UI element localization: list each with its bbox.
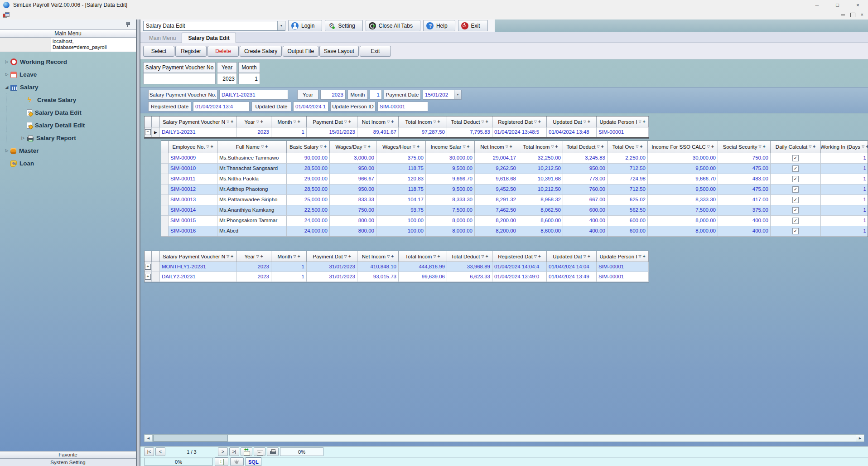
grid-cell[interactable]: DAILY1-20231 bbox=[160, 127, 236, 137]
grid-cell[interactable]: 104.17 bbox=[376, 195, 426, 205]
grid-cell[interactable]: 29,004.17 bbox=[475, 153, 518, 164]
last-record-button[interactable]: >| bbox=[229, 447, 239, 456]
grid-cell[interactable]: 712.50 bbox=[608, 164, 648, 174]
employee-row[interactable]: SIM-00014Ms.Ananthiya Kamkang22,500.0075… bbox=[161, 205, 868, 216]
filter-icon[interactable]: ▽ bbox=[387, 255, 390, 258]
grid-cell[interactable]: 950.00 bbox=[563, 164, 608, 174]
grid-cell[interactable]: 3,000.00 bbox=[330, 153, 376, 164]
screen-combobox[interactable]: Salary Data Edit ▼ bbox=[143, 21, 285, 31]
grid-cell[interactable]: 25,000.00 bbox=[287, 195, 330, 205]
select-button[interactable]: Select bbox=[143, 46, 174, 57]
grid-cell[interactable]: 750.00 bbox=[330, 205, 376, 216]
sidebar-item-salary[interactable]: ◢Salary bbox=[0, 81, 136, 93]
sidebar-item-salary-data-edit[interactable]: Salary Data Edit bbox=[6, 106, 136, 119]
grid-cell[interactable]: 01/04/2024 13:48:5 bbox=[492, 127, 547, 137]
grid-cell[interactable]: 118.75 bbox=[376, 184, 426, 195]
column-header[interactable]: Full Name▽+ bbox=[217, 141, 287, 153]
pin-icon[interactable]: + bbox=[260, 254, 263, 259]
grid-cell[interactable]: 30,000.00 bbox=[648, 153, 718, 164]
pin-icon[interactable]: + bbox=[763, 145, 766, 149]
filter-icon[interactable]: ▽ bbox=[551, 145, 554, 149]
sidebar-item-salary-report[interactable]: ▷Salary Report bbox=[6, 131, 136, 144]
pin-icon[interactable]: + bbox=[231, 254, 233, 259]
grid-cell[interactable]: 01/04/2024 13:49 bbox=[547, 272, 597, 282]
grid-cell[interactable]: 724.98 bbox=[608, 174, 648, 184]
expander-icon[interactable]: ▷ bbox=[4, 72, 10, 77]
expander-icon[interactable]: ▷ bbox=[4, 59, 10, 64]
login-button[interactable]: Login bbox=[288, 20, 322, 31]
filter-icon[interactable]: ▽ bbox=[364, 145, 366, 149]
grid-cell[interactable]: 417.00 bbox=[718, 195, 771, 205]
grid-cell[interactable]: 31/01/2023 bbox=[307, 262, 357, 272]
pin-icon[interactable]: + bbox=[643, 254, 646, 259]
filter-icon[interactable]: ▽ bbox=[293, 255, 296, 258]
grid-cell[interactable]: 01/04/2024 13:49:0 bbox=[492, 272, 547, 282]
filter-icon[interactable]: ▽ bbox=[433, 120, 436, 124]
grid-cell[interactable]: 2023 bbox=[236, 127, 271, 137]
delete-record-icon[interactable] bbox=[254, 447, 265, 456]
daily-calculate-cell[interactable]: ✓ bbox=[771, 216, 821, 226]
grid-cell[interactable]: 7,462.50 bbox=[475, 205, 518, 216]
pin-icon[interactable]: + bbox=[391, 254, 394, 259]
close-all-tabs-button[interactable]: Close All Tabs bbox=[366, 20, 420, 31]
column-header[interactable]: Payment Dat▽+ bbox=[307, 116, 357, 127]
system-setting-bar[interactable]: System Setting bbox=[0, 459, 136, 466]
daily-calculate-checkbox[interactable]: ✓ bbox=[792, 228, 799, 234]
daily-calculate-checkbox[interactable]: ✓ bbox=[792, 207, 799, 214]
grid-cell[interactable]: DAILY2-20231 bbox=[160, 272, 236, 282]
column-header[interactable]: Total Incom▽+ bbox=[518, 141, 563, 153]
row-expand-cell[interactable]: + bbox=[145, 272, 152, 282]
grid-cell[interactable]: 97,287.50 bbox=[399, 127, 447, 137]
grid-cell[interactable]: 2,250.00 bbox=[608, 153, 648, 164]
grid-cell[interactable]: 8,600.00 bbox=[518, 226, 563, 237]
filter-icon[interactable]: ▽ bbox=[707, 145, 710, 149]
pin-icon[interactable]: + bbox=[391, 120, 394, 124]
grid-cell[interactable]: 444,816.99 bbox=[399, 262, 447, 272]
working-days-cell[interactable]: 1 bbox=[821, 153, 868, 164]
row-expand-cell[interactable]: + bbox=[145, 262, 152, 272]
grid-cell[interactable]: 28,500.00 bbox=[287, 184, 330, 195]
daily-calculate-cell[interactable]: ✓ bbox=[771, 205, 821, 216]
expander-icon[interactable]: ▷ bbox=[4, 148, 10, 153]
filter-icon[interactable]: ▽ bbox=[506, 145, 508, 149]
grid-cell[interactable]: 475.00 bbox=[718, 164, 771, 174]
daily-calculate-cell[interactable]: ✓ bbox=[771, 164, 821, 174]
expander-icon[interactable]: ◢ bbox=[4, 85, 10, 89]
sidebar-item-salary-detail-edit[interactable]: Salary Detail Edit bbox=[6, 119, 136, 131]
grid-cell[interactable]: 01/04/2024 13:48 bbox=[547, 127, 597, 137]
pin-icon[interactable]: + bbox=[348, 120, 351, 124]
pin-icon[interactable]: + bbox=[324, 145, 327, 149]
grid-cell[interactable]: 400.00 bbox=[718, 216, 771, 226]
grid-cell[interactable]: 400.00 bbox=[563, 216, 608, 226]
filter-icon[interactable]: ▽ bbox=[759, 145, 762, 149]
filter-icon[interactable]: ▽ bbox=[583, 255, 586, 258]
pin-icon[interactable]: + bbox=[348, 254, 351, 259]
column-header[interactable]: Wages/Day▽+ bbox=[330, 141, 376, 153]
sidebar-item-master[interactable]: ▷Master bbox=[0, 144, 136, 157]
column-header[interactable]: Income Salar▽+ bbox=[426, 141, 475, 153]
column-header[interactable]: Registered Dat▽+ bbox=[492, 251, 547, 262]
filter-icon[interactable]: ▽ bbox=[344, 255, 347, 258]
grid-cell[interactable]: 562.50 bbox=[608, 205, 648, 216]
grid-cell[interactable]: Mr.Abcd bbox=[217, 226, 287, 237]
grid-cell[interactable]: Ms.Nittha Paokla bbox=[217, 174, 287, 184]
search-year-input[interactable]: 2023 bbox=[217, 73, 237, 84]
pin-icon[interactable]: + bbox=[538, 120, 541, 124]
layout-icon[interactable] bbox=[3, 12, 9, 18]
filter-icon[interactable]: ▽ bbox=[862, 145, 864, 149]
filter-icon[interactable]: ▽ bbox=[293, 120, 296, 124]
grid-cell[interactable]: 8,000.00 bbox=[426, 226, 475, 237]
grid-cell[interactable]: 600.00 bbox=[608, 226, 648, 237]
grid-cell[interactable]: 400.00 bbox=[718, 226, 771, 237]
pin-icon[interactable]: + bbox=[643, 120, 646, 124]
grid-cell[interactable]: SIM-00012 bbox=[169, 184, 217, 195]
column-header[interactable]: Total Incom▽+ bbox=[399, 251, 447, 262]
daily-calculate-checkbox[interactable]: ✓ bbox=[792, 218, 799, 224]
column-header[interactable]: Payment Dat▽+ bbox=[307, 251, 357, 262]
grid-cell[interactable]: 31/01/2023 bbox=[307, 272, 357, 282]
grid-cell[interactable]: SIM-00016 bbox=[169, 226, 217, 237]
scroll-right-icon[interactable]: ▶ bbox=[856, 435, 864, 442]
grid-cell[interactable]: Mr.Adithep Phaotong bbox=[217, 184, 287, 195]
grid-cell[interactable]: SIM-00009 bbox=[169, 153, 217, 164]
output-file-button[interactable]: Output File bbox=[283, 46, 318, 57]
